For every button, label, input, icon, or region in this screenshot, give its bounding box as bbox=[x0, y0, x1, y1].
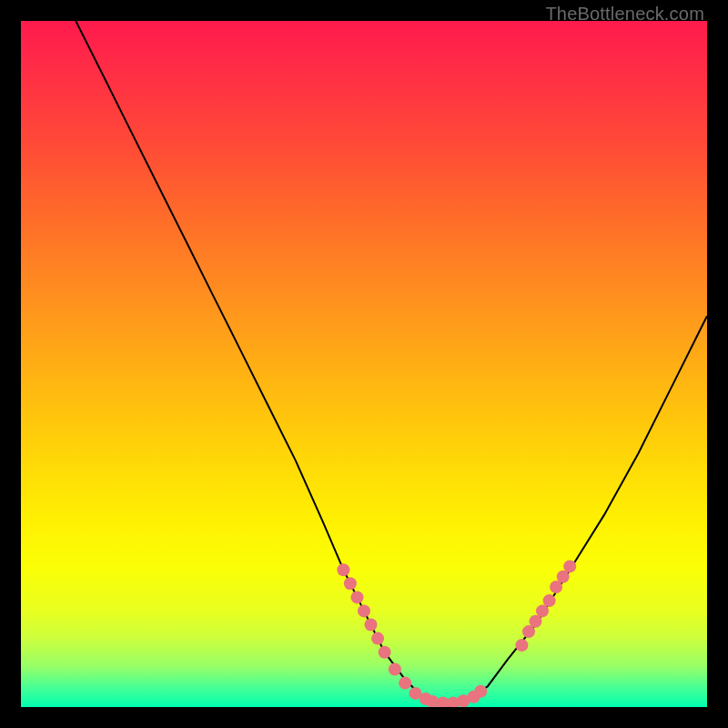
curve-marker bbox=[371, 632, 384, 645]
curve-marker bbox=[358, 604, 370, 617]
chart-frame: TheBottleneck.com bbox=[0, 0, 728, 728]
marker-layer bbox=[337, 560, 576, 707]
curve-marker bbox=[563, 560, 576, 572]
curve-marker bbox=[474, 685, 487, 698]
curve-marker bbox=[515, 639, 528, 652]
bottleneck-curve-path bbox=[76, 21, 707, 707]
curve-marker bbox=[530, 615, 542, 628]
watermark-text: TheBottleneck.com bbox=[545, 4, 704, 25]
curve-marker bbox=[365, 619, 378, 632]
chart-svg bbox=[21, 21, 707, 707]
curve-layer bbox=[76, 21, 707, 707]
curve-marker bbox=[351, 591, 364, 603]
curve-marker bbox=[344, 577, 357, 590]
curve-marker bbox=[379, 646, 391, 659]
curve-marker bbox=[337, 563, 349, 576]
curve-marker bbox=[389, 663, 401, 676]
curve-marker bbox=[543, 594, 556, 607]
plot-area bbox=[21, 21, 707, 707]
curve-marker bbox=[399, 677, 411, 690]
